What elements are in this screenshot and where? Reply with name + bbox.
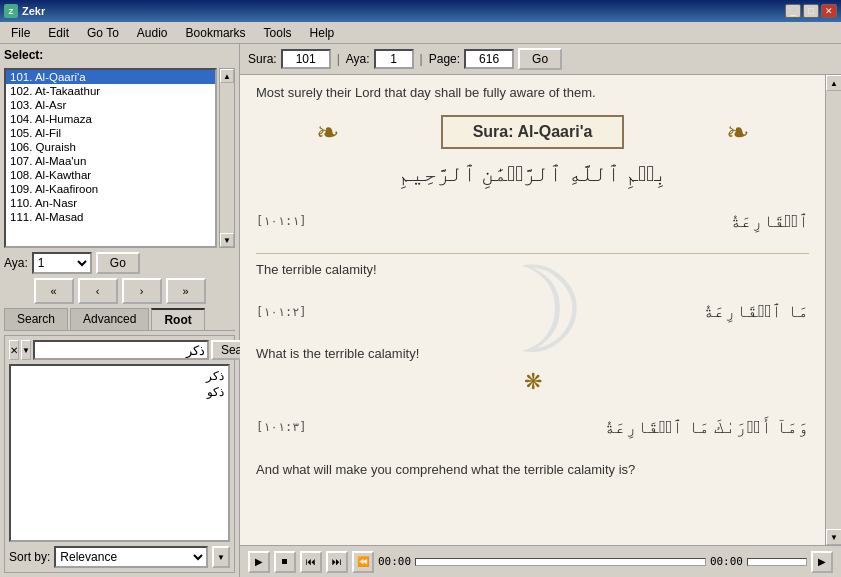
sura-deco-left: ❧ [316,115,339,148]
audio-forward-button[interactable]: ▶ [811,551,833,573]
sura-list-container: 101. Al-Qaari'a102. At-Takaathur103. Al-… [4,68,235,248]
tab-advanced[interactable]: Advanced [70,308,149,330]
aya-label: Aya: [4,256,28,270]
sura-list[interactable]: 101. Al-Qaari'a102. At-Takaathur103. Al-… [4,68,217,248]
right-scrollbar[interactable]: ▲ ▼ [825,75,841,545]
sura-nav-label: Sura: [248,52,277,66]
search-panel: ✕ ▼ Search ▼ ذكرذكو Sort by: Relevance S… [4,335,235,573]
play-button[interactable]: ▶ [248,551,270,573]
menu-tools[interactable]: Tools [255,23,301,43]
scroll-up-btn[interactable]: ▲ [220,69,234,83]
audio-bar: ▶ ⏹ ⏮ ⏭ ⏪ 00:00 00:00 ▶ [240,545,841,577]
aya-row: Aya: 1 Go [4,252,235,274]
menu-goto[interactable]: Go To [78,23,128,43]
menu-edit[interactable]: Edit [39,23,78,43]
search-clear-button[interactable]: ✕ [9,340,19,360]
menu-audio[interactable]: Audio [128,23,177,43]
verse3-ref: [١٠١:٣] [256,420,307,434]
result-item-1[interactable]: ذكو [13,384,226,400]
audio-time-current: 00:00 [378,555,411,568]
last-btn[interactable]: » [166,278,206,304]
minimize-button[interactable]: _ [785,4,801,18]
right-panel: Sura: | Aya: | Page: Go ☽ Most surely th… [240,44,841,577]
first-btn[interactable]: « [34,278,74,304]
quran-content: ☽ Most surely their Lord that day shall … [240,75,825,545]
prev-btn[interactable]: ‹ [78,278,118,304]
audio-volume-bar[interactable] [747,558,807,566]
verse1-translation: The terrible calamity! [256,260,809,280]
window-title: Zekr [22,5,45,17]
sura-item-9[interactable]: 110. An-Nasr [6,196,215,210]
verse2-symbol: ❋ [256,369,809,395]
sura-item-1[interactable]: 102. At-Takaathur [6,84,215,98]
search-results[interactable]: ذكرذكو [9,364,230,542]
menu-bar: File Edit Go To Audio Bookmarks Tools He… [0,22,841,44]
menu-file[interactable]: File [2,23,39,43]
sura-header-box: Sura: Al-Qaari'a [441,115,625,149]
audio-time-total: 00:00 [710,555,743,568]
bismillah: بِسۡمِ ٱللَّهِ ٱلرَّحۡمَٰنِ ٱلرَّحِيمِ [256,161,809,187]
sura-item-10[interactable]: 111. Al-Masad [6,210,215,224]
quran-nav-bar: Sura: | Aya: | Page: Go [240,44,841,75]
search-dropdown-button[interactable]: ▼ [21,340,31,360]
sort-select[interactable]: Relevance Sura Aya [54,546,208,568]
audio-progress-bar[interactable] [415,558,706,566]
sort-arrow-button[interactable]: ▼ [212,546,230,568]
verse2-translation: What is the terrible calamity! [256,344,809,364]
sura-item-4[interactable]: 105. Al-Fil [6,126,215,140]
verse3-arabic: وَمَآ أَدۡرَىٰكَ مَا ٱلۡقَارِعَةُ [604,411,809,443]
aya-select[interactable]: 1 [32,252,92,274]
search-input[interactable] [33,340,209,360]
sort-row: Sort by: Relevance Sura Aya ▼ [9,546,230,568]
stop-button[interactable]: ⏹ [274,551,296,573]
sura-item-3[interactable]: 104. Al-Humaza [6,112,215,126]
left-panel: Select: 101. Al-Qaari'a102. At-Takaathur… [0,44,240,577]
sura-item-8[interactable]: 109. Al-Kaafiroon [6,182,215,196]
next-track-button[interactable]: ⏭ [326,551,348,573]
sura-item-0[interactable]: 101. Al-Qaari'a [6,70,215,84]
aya-nav-label: Aya: [346,52,370,66]
sura-item-6[interactable]: 107. Al-Maa'un [6,154,215,168]
sura-deco-right: ❧ [726,115,749,148]
sura-item-2[interactable]: 103. Al-Asr [6,98,215,112]
scroll-track[interactable] [826,91,841,529]
quran-go-button[interactable]: Go [518,48,562,70]
right-scroll-up[interactable]: ▲ [826,75,841,91]
sura-scrollbar[interactable]: ▲ ▼ [219,68,235,248]
sura-header: ❧ Sura: Al-Qaari'a ❧ [256,115,809,149]
verse2-ref: [١٠١:٢] [256,305,307,319]
sura-nav-input[interactable] [281,49,331,69]
page-nav-input[interactable] [464,49,514,69]
sura-name: Sura: Al-Qaari'a [473,123,593,140]
nav-separator-2: | [418,52,425,66]
menu-bookmarks[interactable]: Bookmarks [177,23,255,43]
aya-go-button[interactable]: Go [96,252,140,274]
title-bar: Z Zekr _ □ ✕ [0,0,841,22]
rewind-button[interactable]: ⏪ [352,551,374,573]
main-container: Select: 101. Al-Qaari'a102. At-Takaathur… [0,44,841,577]
verse1-arabic: ٱلۡقَارِعَةُ [730,205,809,237]
next-btn[interactable]: › [122,278,162,304]
page-nav-label: Page: [429,52,460,66]
tab-root[interactable]: Root [151,308,204,330]
window-controls: _ □ ✕ [785,4,837,18]
app-icon: Z [4,4,18,18]
aya-nav-input[interactable] [374,49,414,69]
quran-text-area: Most surely their Lord that day shall be… [256,83,809,479]
sura-item-5[interactable]: 106. Quraish [6,140,215,154]
tab-search[interactable]: Search [4,308,68,330]
right-scroll-down[interactable]: ▼ [826,529,841,545]
tab-bar: Search Advanced Root [4,308,235,331]
result-item-0[interactable]: ذكر [13,368,226,384]
scroll-down-btn[interactable]: ▼ [220,233,234,247]
divider-1 [256,253,809,254]
search-input-row: ✕ ▼ Search ▼ [9,340,230,360]
prev-track-button[interactable]: ⏮ [300,551,322,573]
maximize-button[interactable]: □ [803,4,819,18]
verse1-ref: [١٠١:١] [256,214,307,228]
sura-item-7[interactable]: 108. Al-Kawthar [6,168,215,182]
prev-translation: Most surely their Lord that day shall be… [256,83,809,103]
verse3-translation: And what will make you comprehend what t… [256,460,809,480]
menu-help[interactable]: Help [301,23,344,43]
close-button[interactable]: ✕ [821,4,837,18]
